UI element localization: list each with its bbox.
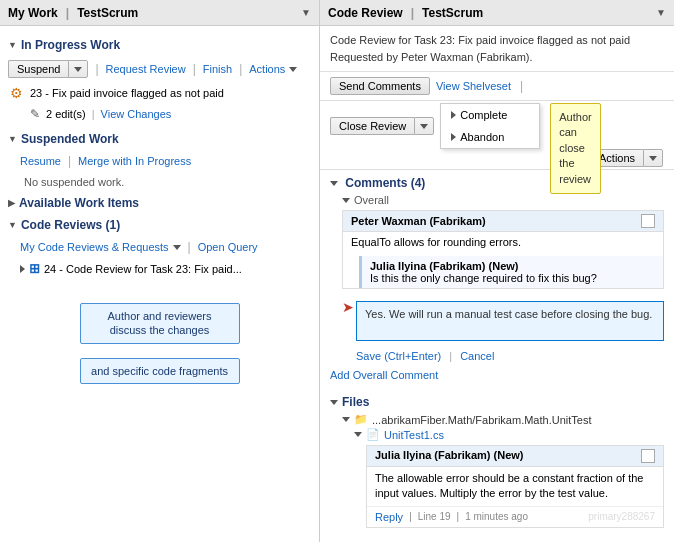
suspended-section-header[interactable]: ▼ Suspended Work <box>8 132 311 146</box>
annotation-discuss-text: Author and reviewers discuss the changes <box>108 310 212 336</box>
close-review-chevron-icon <box>420 124 428 129</box>
work-item-edits: ✎ 2 edit(s) | View Changes <box>30 107 311 121</box>
send-comments-button[interactable]: Send Comments <box>330 77 430 95</box>
close-review-split[interactable]: Close Review <box>330 117 434 135</box>
unittest-arrow-icon <box>354 432 362 437</box>
julia-ut-author: Julia Ilyina (Fabrikam) (New) <box>375 449 524 463</box>
file-icon: 📄 <box>366 428 380 441</box>
suspended-label: Suspended Work <box>21 132 119 146</box>
overall-label: Overall <box>342 194 664 206</box>
work-item-23: ⚙ 23 - Fix paid invoice flagged as not p… <box>8 85 311 101</box>
actions-link[interactable]: Actions <box>249 63 285 75</box>
unit-test-comment-header: Julia Ilyina (Fabrikam) (New) <box>367 446 663 467</box>
file-path-item: 📁 ...abrikamFiber.Math/Fabrikam.Math.Uni… <box>342 413 664 426</box>
unittest-link[interactable]: UnitTest1.cs <box>384 429 444 441</box>
cr-icon: ⊞ <box>29 261 40 276</box>
watermark: primary288267 <box>588 511 655 522</box>
edits-text: 2 edit(s) <box>46 108 86 120</box>
in-progress-toolbar: Suspend | Request Review | Finish | Acti… <box>8 60 311 78</box>
files-header: Files <box>330 395 664 409</box>
merge-link[interactable]: Merge with In Progress <box>78 155 191 167</box>
action-sep: | <box>520 79 523 93</box>
save-link[interactable]: Save (Ctrl+Enter) <box>356 350 441 362</box>
right-title-sep: | <box>411 6 414 20</box>
open-query-link[interactable]: Open Query <box>198 241 258 253</box>
request-review-link[interactable]: Request Review <box>106 63 186 75</box>
peter-author: Peter Waxman (Fabrikam) <box>351 215 486 227</box>
annotation-fragments-text: and specific code fragments <box>91 365 228 377</box>
available-label: Available Work Items <box>19 196 139 210</box>
comment-peter: Peter Waxman (Fabrikam) EqualTo allows f… <box>342 210 664 289</box>
left-panel-project: TestScrum <box>77 6 138 20</box>
right-panel-body: Code Review for Task 23: Fix paid invoic… <box>320 26 674 542</box>
reply-arrow-icon: ➤ <box>342 299 354 315</box>
action-bar-review: Close Review Complete Abandon <box>320 101 674 170</box>
view-changes-link[interactable]: View Changes <box>101 108 172 120</box>
files-section: Files 📁 ...abrikamFiber.Math/Fabrikam.Ma… <box>320 391 674 532</box>
right-panel-project: TestScrum <box>422 6 483 20</box>
right-panel-chevron-icon[interactable]: ▼ <box>656 7 666 18</box>
right-panel: Code Review | TestScrum ▼ Code Review fo… <box>320 0 674 542</box>
overall-arrow-icon <box>342 198 350 203</box>
actions-dropdown-button[interactable] <box>643 149 663 167</box>
left-panel-header: My Work | TestScrum ▼ <box>0 0 319 26</box>
finish-link[interactable]: Finish <box>203 63 232 75</box>
ut-checkbox-icon[interactable] <box>641 449 655 463</box>
julia-reply: Julia Ilyina (Fabrikam) (New) Is this th… <box>359 256 663 288</box>
my-cr-chevron-icon <box>173 245 181 250</box>
right-panel-header: Code Review | TestScrum ▼ <box>320 0 674 26</box>
julia-ut-text: The allowable error should be a constant… <box>375 472 643 499</box>
my-code-reviews-link[interactable]: My Code Reviews & Requests <box>20 241 169 253</box>
close-review-dropdown-button[interactable] <box>414 117 434 135</box>
folder-icon: 📁 <box>354 413 368 426</box>
actions-split[interactable]: Actions <box>590 149 663 167</box>
add-comment-link[interactable]: Add Overall Comment <box>330 369 664 381</box>
file-path-text: ...abrikamFiber.Math/Fabrikam.Math.UnitT… <box>372 414 591 426</box>
suspend-dropdown-button[interactable] <box>68 60 88 78</box>
action-bar-top: Send Comments View Shelveset | <box>320 72 674 101</box>
suspend-btn-split[interactable]: Suspend <box>8 60 88 78</box>
complete-option[interactable]: Complete <box>441 104 539 126</box>
save-sep: | <box>449 350 452 362</box>
reply-button[interactable]: Reply <box>375 511 403 523</box>
suspended-arrow-icon: ▼ <box>8 134 17 144</box>
unit-test-comment: Julia Ilyina (Fabrikam) (New) The allowa… <box>366 445 664 528</box>
left-panel-chevron-icon[interactable]: ▼ <box>301 7 311 18</box>
unit-test-comment-body: The allowable error should be a constant… <box>367 467 663 506</box>
left-panel-title-area: My Work | TestScrum <box>8 6 138 20</box>
peter-comment-header: Peter Waxman (Fabrikam) <box>343 211 663 232</box>
available-arrow-icon: ▶ <box>8 198 15 208</box>
available-section-header[interactable]: ▶ Available Work Items <box>8 196 311 210</box>
comments-header: Comments (4) <box>330 176 664 190</box>
julia-reply-author: Julia Ilyina (Fabrikam) (New) <box>370 260 655 272</box>
suspended-toolbar: Resume | Merge with In Progress <box>20 154 311 168</box>
complete-label: Complete <box>460 109 507 121</box>
save-bar: Save (Ctrl+Enter) | Cancel <box>356 347 664 365</box>
suspend-button[interactable]: Suspend <box>8 60 68 78</box>
code-reviews-label: Code Reviews (1) <box>21 218 120 232</box>
close-review-tooltip: Author can close the review <box>550 103 600 194</box>
pencil-icon: ✎ <box>30 107 40 121</box>
comments-arrow-icon <box>330 181 338 186</box>
resume-link[interactable]: Resume <box>20 155 61 167</box>
left-panel-title: My Work <box>8 6 58 20</box>
toolbar-sep1: | <box>95 62 98 76</box>
in-progress-section-header[interactable]: ▼ In Progress Work <box>8 38 311 52</box>
peter-comment-body: EqualTo allows for rounding errors. <box>343 232 663 252</box>
comments-section: Comments (4) Overall Peter Waxman (Fabri… <box>320 170 674 391</box>
work-item-23-text: 23 - Fix paid invoice flagged as not pai… <box>30 87 224 99</box>
toolbar-sep2: | <box>193 62 196 76</box>
close-review-button[interactable]: Close Review <box>330 117 414 135</box>
left-panel: My Work | TestScrum ▼ ▼ In Progress Work… <box>0 0 320 542</box>
peter-checkbox-icon[interactable] <box>641 214 655 228</box>
file-item-unittest: 📄 UnitTest1.cs <box>354 428 664 441</box>
task-icon: ⚙ <box>8 85 24 101</box>
view-shelveset-link[interactable]: View Shelveset <box>436 80 511 92</box>
ut-footer-bar: Reply | Line 19 | 1 minutes ago primary2… <box>367 506 663 527</box>
reply-text-input[interactable]: Yes. We will run a manual test case befo… <box>356 301 664 341</box>
left-title-sep: | <box>66 6 69 20</box>
reply-area: ➤ Yes. We will run a manual test case be… <box>342 295 664 365</box>
code-reviews-section-header[interactable]: ▼ Code Reviews (1) <box>8 218 311 232</box>
abandon-option[interactable]: Abandon <box>441 126 539 148</box>
cancel-link[interactable]: Cancel <box>460 350 494 362</box>
